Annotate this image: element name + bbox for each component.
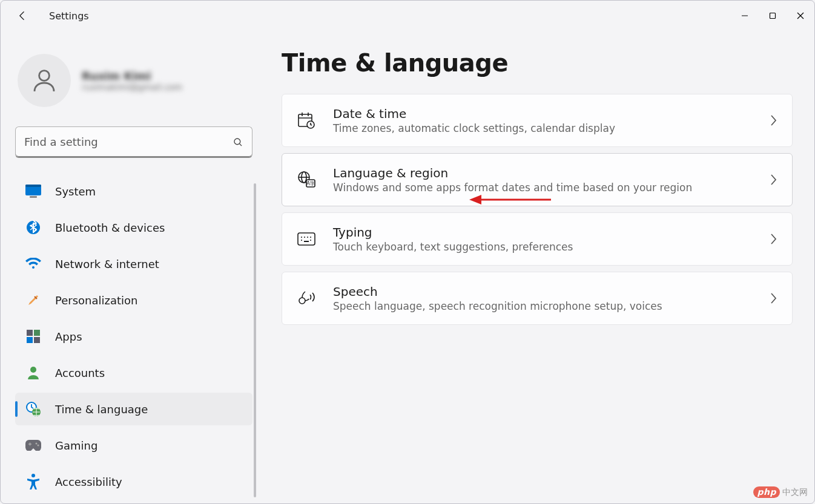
profile-email: ruximakimi@gmail.com xyxy=(82,82,182,92)
sidebar-item-label: Accessibility xyxy=(55,476,122,488)
sidebar-item-label: System xyxy=(55,185,96,198)
svg-point-32 xyxy=(301,237,302,238)
svg-text:A字: A字 xyxy=(306,181,314,186)
card-title: Speech xyxy=(333,284,769,299)
chevron-right-icon xyxy=(769,173,777,186)
nav: System Bluetooth & devices Network & int… xyxy=(15,175,252,503)
minimize-button[interactable] xyxy=(731,6,759,25)
window-controls xyxy=(731,6,814,25)
speech-icon xyxy=(297,289,316,308)
svg-point-19 xyxy=(38,445,39,447)
accounts-icon xyxy=(25,364,42,381)
sidebar-item-accessibility[interactable]: Accessibility xyxy=(15,465,252,498)
card-typing[interactable]: Typing Touch keyboard, text suggestions,… xyxy=(282,212,793,266)
svg-rect-14 xyxy=(34,337,40,343)
sidebar-item-label: Personalization xyxy=(55,294,137,307)
watermark: php 中文网 xyxy=(753,486,808,498)
sidebar-item-network[interactable]: Network & internet xyxy=(15,247,252,280)
card-title: Language & region xyxy=(333,166,769,180)
minimize-icon xyxy=(741,12,748,19)
sidebar-item-label: Gaming xyxy=(55,439,97,452)
language-region-icon: A字 xyxy=(297,170,316,189)
close-button[interactable] xyxy=(787,6,814,25)
svg-rect-13 xyxy=(27,337,33,343)
sidebar-item-label: Accounts xyxy=(55,367,105,379)
card-speech[interactable]: Speech Speech language, speech recogniti… xyxy=(282,272,793,325)
sidebar-item-label: Time & language xyxy=(55,403,148,416)
svg-point-5 xyxy=(234,139,240,145)
card-title: Date & time xyxy=(333,106,769,121)
card-subtitle: Windows and some apps format dates and t… xyxy=(333,182,769,194)
search-input[interactable] xyxy=(24,136,233,148)
search-box[interactable] xyxy=(15,126,252,158)
titlebar: Settings xyxy=(1,1,814,31)
svg-point-33 xyxy=(304,237,305,238)
card-subtitle: Speech language, speech recognition micr… xyxy=(333,300,769,312)
card-date-time[interactable]: Date & time Time zones, automatic clock … xyxy=(282,94,793,147)
person-icon xyxy=(30,66,59,95)
chevron-right-icon xyxy=(769,292,777,305)
sidebar-item-label: Network & internet xyxy=(55,258,159,270)
page-title: Time & language xyxy=(282,49,793,77)
sidebar-item-accounts[interactable]: Accounts xyxy=(15,356,252,389)
maximize-icon xyxy=(769,12,776,19)
sidebar-item-label: Bluetooth & devices xyxy=(55,221,165,234)
profile-section[interactable]: Ruxim Kimi ruximakimi@gmail.com xyxy=(15,49,252,119)
main-content: Time & language Date & time Time zones, … xyxy=(267,43,814,503)
bluetooth-icon xyxy=(25,219,42,236)
svg-point-36 xyxy=(301,240,302,241)
svg-point-39 xyxy=(299,298,305,304)
close-icon xyxy=(796,11,805,20)
svg-rect-11 xyxy=(27,330,33,336)
sidebar-item-system[interactable]: System xyxy=(15,175,252,208)
watermark-badge: php xyxy=(753,486,780,498)
svg-rect-9 xyxy=(30,196,37,198)
svg-rect-31 xyxy=(298,233,315,245)
back-button[interactable] xyxy=(12,5,33,27)
datetime-icon xyxy=(297,111,316,130)
svg-rect-8 xyxy=(25,185,41,187)
sidebar-item-label: Apps xyxy=(55,330,82,343)
sidebar: Ruxim Kimi ruximakimi@gmail.com System xyxy=(1,43,267,503)
svg-point-35 xyxy=(310,237,311,238)
card-subtitle: Time zones, automatic clock settings, ca… xyxy=(333,122,769,134)
card-title: Typing xyxy=(333,225,769,240)
sidebar-item-apps[interactable]: Apps xyxy=(15,320,252,353)
accessibility-icon xyxy=(25,473,42,490)
svg-point-37 xyxy=(310,240,311,241)
avatar xyxy=(18,54,71,107)
svg-point-20 xyxy=(31,474,35,477)
wifi-icon xyxy=(25,255,42,272)
svg-rect-12 xyxy=(34,330,40,336)
svg-point-34 xyxy=(307,237,308,238)
sidebar-scrollbar[interactable] xyxy=(254,183,256,497)
clock-globe-icon xyxy=(25,401,42,417)
paintbrush-icon xyxy=(25,292,42,309)
system-icon xyxy=(25,183,42,200)
profile-name: Ruxim Kimi xyxy=(82,70,182,82)
sidebar-item-gaming[interactable]: Gaming xyxy=(15,429,252,462)
gamepad-icon xyxy=(25,437,42,454)
watermark-text: 中文网 xyxy=(782,487,808,498)
sidebar-item-bluetooth[interactable]: Bluetooth & devices xyxy=(15,211,252,244)
chevron-right-icon xyxy=(769,232,777,246)
back-arrow-icon xyxy=(16,10,28,22)
svg-point-15 xyxy=(30,367,36,373)
svg-line-6 xyxy=(240,143,242,145)
card-language-region[interactable]: A字 Language & region Windows and some ap… xyxy=(282,153,793,206)
app-title: Settings xyxy=(49,10,89,22)
svg-point-18 xyxy=(36,443,38,445)
maximize-button[interactable] xyxy=(759,6,787,25)
apps-icon xyxy=(25,328,42,345)
chevron-right-icon xyxy=(769,114,777,127)
search-icon xyxy=(233,137,243,148)
card-subtitle: Touch keyboard, text suggestions, prefer… xyxy=(333,241,769,253)
svg-rect-1 xyxy=(770,13,776,19)
sidebar-item-personalization[interactable]: Personalization xyxy=(15,284,252,316)
svg-point-4 xyxy=(39,71,50,81)
keyboard-icon xyxy=(297,229,316,249)
sidebar-item-time-language[interactable]: Time & language xyxy=(15,393,252,425)
